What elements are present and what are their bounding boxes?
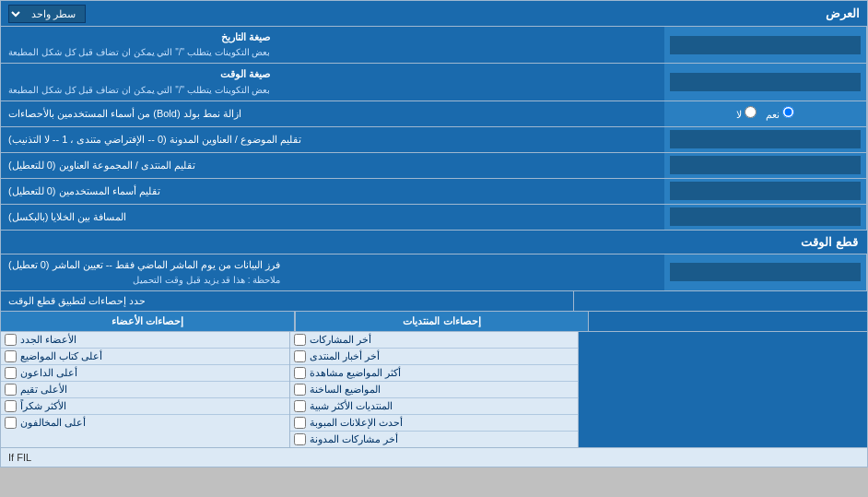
col1-checkboxes: أخر المشاركات أخر أخبار المنتدى أكثر الم…	[289, 332, 579, 447]
col1-check-6[interactable]	[294, 433, 306, 445]
bold-remove-radio-container: نعم لا	[664, 101, 867, 126]
bold-remove-label: ازالة نمط بولد (Bold) من أسماء المستخدمي…	[1, 101, 664, 126]
col1-check-2[interactable]	[294, 367, 306, 379]
col1-header: إحصاءات المنتديات	[295, 312, 589, 331]
col2-checkboxes: الأعضاء الجدد أعلى كتاب المواضيع أعلى ال…	[1, 332, 289, 447]
radio-yes[interactable]	[782, 106, 794, 118]
time-cut-header: قطع الوقت	[1, 231, 867, 254]
col1-item-1: أخر أخبار المنتدى	[290, 349, 579, 365]
col1-item-6: أخر مشاركات المدونة	[290, 432, 579, 447]
col2-check-0[interactable]	[5, 334, 17, 346]
checkboxes-grid: أخر المشاركات أخر أخبار المنتدى أكثر الم…	[1, 332, 867, 447]
users-order-input[interactable]: 0	[670, 182, 861, 200]
time-cut-row: 0 فرز البيانات من يوم الماشر الماضي فقط …	[1, 254, 867, 291]
forum-order-row: 33 تقليم المنتدى / المجموعة العناوين (0 …	[1, 153, 867, 179]
date-format-input[interactable]: d-m	[670, 36, 861, 54]
date-format-label: صيغة التاريخ بعض التكوينات يتطلب "/" الت…	[1, 27, 664, 63]
stats-apply-label: حدد إحصاءات لتطبيق قطع الوقت	[1, 291, 574, 311]
bold-radio-group: نعم لا	[729, 104, 802, 123]
empty-header-col	[588, 312, 867, 331]
col2-check-2[interactable]	[5, 367, 17, 379]
time-format-input-container: H:i	[664, 64, 867, 100]
col2-check-5[interactable]	[5, 417, 17, 429]
col2-header: إحصاءات الأعضاء	[1, 312, 295, 331]
cell-spacing-label: المسافة بين الخلايا (بالبكسل)	[1, 205, 664, 230]
forum-order-input[interactable]: 33	[670, 156, 861, 174]
col1-check-0[interactable]	[294, 334, 306, 346]
time-format-input[interactable]: H:i	[670, 73, 861, 91]
main-container: العرض سطر واحد سطرين ثلاثة أسطر d-m صيغة…	[0, 0, 868, 467]
radio-no[interactable]	[745, 106, 757, 118]
stats-label-row: حدد إحصاءات لتطبيق قطع الوقت	[1, 291, 867, 312]
users-order-label: تقليم أسماء المستخدمين (0 للتعطيل)	[1, 179, 664, 204]
col2-item-2: أعلى الداعون	[1, 365, 289, 382]
footer-hint: If FIL	[1, 447, 867, 467]
bold-remove-row: نعم لا ازالة نمط بولد (Bold) من أسماء ال…	[1, 101, 867, 127]
col1-item-0: أخر المشاركات	[290, 332, 579, 349]
col1-item-2: أكثر المواضيع مشاهدة	[290, 365, 579, 382]
page-title: العرض	[826, 6, 860, 20]
topic-order-row: 33 تقليم الموضوع / العناوين المدونة (0 -…	[1, 127, 867, 153]
users-order-input-container: 0	[664, 179, 867, 204]
time-cut-input[interactable]: 0	[670, 263, 861, 281]
col2-check-3[interactable]	[5, 384, 17, 396]
topic-order-label: تقليم الموضوع / العناوين المدونة (0 -- ا…	[1, 127, 664, 152]
col1-check-3[interactable]	[294, 384, 306, 396]
col1-item-4: المنتديات الأكثر شبية	[290, 398, 579, 415]
forum-order-label: تقليم المنتدى / المجموعة العناوين (0 للت…	[1, 153, 664, 178]
display-select[interactable]: سطر واحد سطرين ثلاثة أسطر	[8, 5, 86, 23]
col2-item-4: الأكثر شكراً	[1, 398, 289, 415]
stats-label-full	[574, 291, 867, 311]
col2-item-1: أعلى كتاب المواضيع	[1, 349, 289, 365]
date-format-row: d-m صيغة التاريخ بعض التكوينات يتطلب "/"…	[1, 27, 867, 64]
topic-order-input[interactable]: 33	[670, 130, 861, 148]
time-format-label: صيغة الوقت بعض التكوينات يتطلب "/" التي …	[1, 64, 664, 100]
col1-item-5: أحدث الإعلانات المبوبة	[290, 415, 579, 432]
col2-check-4[interactable]	[5, 400, 17, 412]
col2-item-5: أعلى المخالفون	[1, 415, 289, 431]
time-cut-label: فرز البيانات من يوم الماشر الماضي فقط --…	[1, 254, 664, 290]
cell-spacing-input-container: 2	[664, 205, 867, 230]
radio-no-label: لا	[736, 106, 757, 121]
cell-spacing-row: 2 المسافة بين الخلايا (بالبكسل)	[1, 205, 867, 231]
date-format-input-container: d-m	[664, 27, 867, 63]
col1-item-3: المواضيع الساخنة	[290, 382, 579, 398]
col2-item-0: الأعضاء الجدد	[1, 332, 289, 349]
top-row: العرض سطر واحد سطرين ثلاثة أسطر	[1, 1, 867, 27]
radio-yes-label: نعم	[766, 106, 794, 121]
time-format-row: H:i صيغة الوقت بعض التكوينات يتطلب "/" ا…	[1, 64, 867, 101]
empty-left-col	[578, 332, 867, 447]
cell-spacing-input[interactable]: 2	[670, 207, 861, 226]
col2-item-3: الأعلى تقيم	[1, 382, 289, 398]
topic-order-input-container: 33	[664, 127, 867, 152]
col1-check-5[interactable]	[294, 417, 306, 429]
col2-check-1[interactable]	[5, 350, 17, 362]
users-order-row: 0 تقليم أسماء المستخدمين (0 للتعطيل)	[1, 179, 867, 205]
checkboxes-header: إحصاءات المنتديات إحصاءات الأعضاء	[1, 312, 867, 332]
col1-check-1[interactable]	[294, 350, 306, 362]
time-cut-input-container: 0	[664, 254, 867, 290]
forum-order-input-container: 33	[664, 153, 867, 178]
col1-check-4[interactable]	[294, 400, 306, 412]
